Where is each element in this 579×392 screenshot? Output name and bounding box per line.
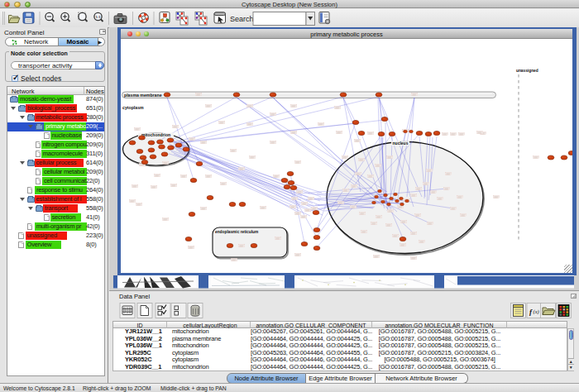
svg-text:endoplasmic reticulum: endoplasmic reticulum [215, 230, 258, 234]
svg-text:unassigned: unassigned [516, 69, 538, 73]
svg-text:Search:: Search: [230, 15, 256, 23]
svg-text:cytoplasm: cytoplasm [122, 105, 144, 110]
svg-text:nucleus: nucleus [393, 141, 409, 146]
svg-text:(x): (x) [534, 308, 539, 315]
svg-text:1:1: 1:1 [96, 15, 102, 19]
svg-text:mitochondrion: mitochondrion [141, 132, 170, 137]
svg-text:plasma membrane: plasma membrane [124, 93, 162, 98]
